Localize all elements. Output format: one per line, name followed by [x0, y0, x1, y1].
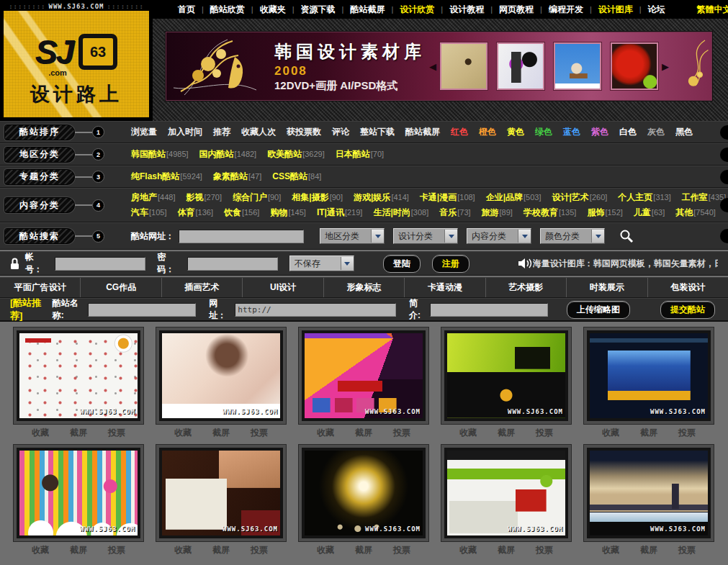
site-url-field[interactable] — [235, 303, 396, 317]
action-vote[interactable]: 投票 — [108, 427, 125, 439]
category-link[interactable]: 企业|品牌[503] — [486, 191, 541, 204]
topnav-item-7[interactable]: 设计教程 — [443, 4, 490, 16]
upload-thumb-button[interactable]: 上传缩略图 — [567, 301, 630, 319]
account-input[interactable] — [55, 257, 145, 271]
site-thumbnail[interactable]: WWW.SJ63.COM — [305, 333, 423, 418]
promo-banner[interactable]: 韩国设计素材库 2008 12DVD+画册 AI/PSD格式 ◀ ▶ — [166, 32, 712, 101]
action-favorite[interactable]: 收藏 — [602, 427, 619, 439]
password-input[interactable] — [187, 257, 278, 271]
category-link[interactable]: 推荐 — [213, 126, 230, 138]
topnav-item-1[interactable]: 首页 — [171, 4, 202, 16]
category-link[interactable]: 评论 — [332, 126, 349, 138]
category-link[interactable]: 酷站截屏 — [405, 126, 440, 138]
category-link[interactable]: 获投票数 — [287, 126, 321, 138]
action-vote[interactable]: 投票 — [536, 544, 553, 556]
action-vote[interactable]: 投票 — [678, 427, 696, 439]
category-link[interactable]: 灰色 — [647, 126, 665, 138]
topnav-item-8[interactable]: 网页教程 — [493, 4, 540, 16]
banner-thumb-2[interactable] — [497, 42, 544, 90]
banner-prev-arrow-icon[interactable]: ◀ — [426, 61, 440, 72]
submit-site-button[interactable]: 提交酷站 — [660, 301, 715, 319]
action-favorite[interactable]: 收藏 — [174, 427, 192, 439]
category-link[interactable]: 音乐[73] — [439, 207, 470, 219]
category-link[interactable]: 紫色 — [591, 126, 608, 138]
category-link[interactable]: 红色 — [451, 126, 468, 138]
category-link[interactable]: 相集|摄影[90] — [292, 191, 343, 204]
content-select[interactable]: 内容分类 — [467, 228, 531, 244]
action-screenshot[interactable]: 截屏 — [355, 427, 372, 439]
action-favorite[interactable]: 收藏 — [602, 544, 619, 556]
region-select[interactable]: 地区分类 — [320, 228, 385, 244]
action-favorite[interactable]: 收藏 — [32, 544, 49, 556]
category-link[interactable]: 服饰[152] — [587, 207, 622, 219]
topnav-item-9[interactable]: 编程开发 — [542, 4, 590, 16]
category-link[interactable]: 学校教育[135] — [523, 207, 576, 219]
site-thumbnail[interactable]: WWW.SJ63.COM — [162, 451, 280, 535]
site-thumbnail[interactable]: WWW.SJ63.COM — [590, 451, 708, 535]
category-link[interactable]: 国内酷站[1482] — [199, 148, 257, 161]
banner-thumb-4[interactable] — [611, 42, 658, 90]
category-link[interactable]: 工作室[435] — [682, 191, 726, 204]
action-favorite[interactable]: 收藏 — [459, 427, 477, 439]
login-button[interactable]: 登陆 — [383, 255, 421, 273]
action-vote[interactable]: 投票 — [251, 544, 268, 556]
site-thumbnail[interactable]: WWW.SJ63.COM — [19, 451, 138, 535]
category-link[interactable]: 卡通|漫画[108] — [420, 191, 475, 204]
category-link[interactable]: 欧美酷站[3629] — [267, 148, 325, 161]
design-select[interactable]: 设计分类 — [393, 228, 458, 244]
category-link[interactable]: 生活|时尚[308] — [373, 207, 428, 219]
action-vote[interactable]: 投票 — [678, 544, 696, 556]
category-link[interactable]: 橙色 — [479, 126, 496, 138]
action-screenshot[interactable]: 截屏 — [70, 427, 87, 439]
category-link[interactable]: 个人主页[313] — [618, 191, 670, 204]
category-link[interactable]: 浏览量 — [131, 126, 157, 138]
category-link[interactable]: CSS酷站[84] — [272, 171, 321, 183]
category-link[interactable]: 影视[270] — [186, 191, 221, 204]
category-link[interactable]: 房地产[448] — [131, 191, 175, 204]
category-link[interactable]: 汽车[105] — [131, 207, 166, 219]
category-link[interactable]: 黑色 — [675, 126, 693, 138]
category-link[interactable]: 白色 — [619, 126, 637, 138]
category-link[interactable]: 购物[145] — [270, 207, 305, 219]
site-desc-input[interactable] — [430, 303, 548, 317]
topnav-item-3[interactable]: 收藏夹 — [253, 4, 292, 16]
category-link[interactable]: IT|通讯[219] — [317, 207, 363, 219]
category-link[interactable]: 饮食[156] — [224, 207, 259, 219]
speaker-icon[interactable] — [517, 258, 533, 269]
action-favorite[interactable]: 收藏 — [459, 544, 477, 556]
action-screenshot[interactable]: 截屏 — [212, 427, 230, 439]
action-screenshot[interactable]: 截屏 — [498, 427, 515, 439]
tab-3[interactable]: 插画艺术 — [161, 278, 242, 297]
action-vote[interactable]: 投票 — [251, 427, 268, 439]
action-screenshot[interactable]: 截屏 — [498, 544, 515, 556]
topnav-item-4[interactable]: 资源下载 — [295, 4, 342, 16]
tab-8[interactable]: 时装展示 — [566, 278, 647, 297]
action-screenshot[interactable]: 截屏 — [355, 544, 372, 556]
category-link[interactable]: 日本酷站[70] — [336, 148, 384, 161]
tab-6[interactable]: 卡通动漫 — [404, 278, 485, 297]
category-link[interactable]: 综合门户[90] — [233, 191, 281, 204]
site-thumbnail[interactable]: WWW.SJ63.COM — [305, 451, 423, 535]
tab-9[interactable]: 包装设计 — [647, 278, 728, 297]
category-link[interactable]: 纯Flash酷站[5924] — [131, 171, 202, 183]
site-logo[interactable]: SJ 63 .com 设计路上 — [4, 11, 149, 117]
action-favorite[interactable]: 收藏 — [317, 544, 334, 556]
banner-thumb-3[interactable] — [554, 42, 601, 90]
site-url-search-input[interactable] — [179, 230, 304, 243]
site-thumbnail[interactable]: WWW.SJ63.COM — [162, 333, 280, 418]
tab-7[interactable]: 艺术摄影 — [485, 278, 566, 297]
topnav-item-5[interactable]: 酷站截屏 — [343, 4, 391, 16]
category-link[interactable]: 韩国酷站[4985] — [131, 148, 189, 161]
topnav-item-11[interactable]: 论坛 — [642, 4, 672, 16]
tab-5[interactable]: 形象标志 — [323, 278, 404, 297]
remember-select[interactable]: 不保存 — [289, 256, 354, 271]
category-link[interactable]: 绿色 — [535, 126, 552, 138]
tab-1[interactable]: 平面广告设计 — [0, 278, 80, 297]
category-link[interactable]: 黄色 — [507, 126, 524, 138]
action-screenshot[interactable]: 截屏 — [640, 427, 657, 439]
topnav-item-2[interactable]: 酷站欣赏 — [204, 4, 251, 16]
banner-next-arrow-icon[interactable]: ▶ — [658, 61, 673, 72]
action-screenshot[interactable]: 截屏 — [70, 544, 87, 556]
site-thumbnail[interactable]: WWW.SJ63.COM — [447, 333, 565, 418]
action-vote[interactable]: 投票 — [536, 427, 553, 439]
